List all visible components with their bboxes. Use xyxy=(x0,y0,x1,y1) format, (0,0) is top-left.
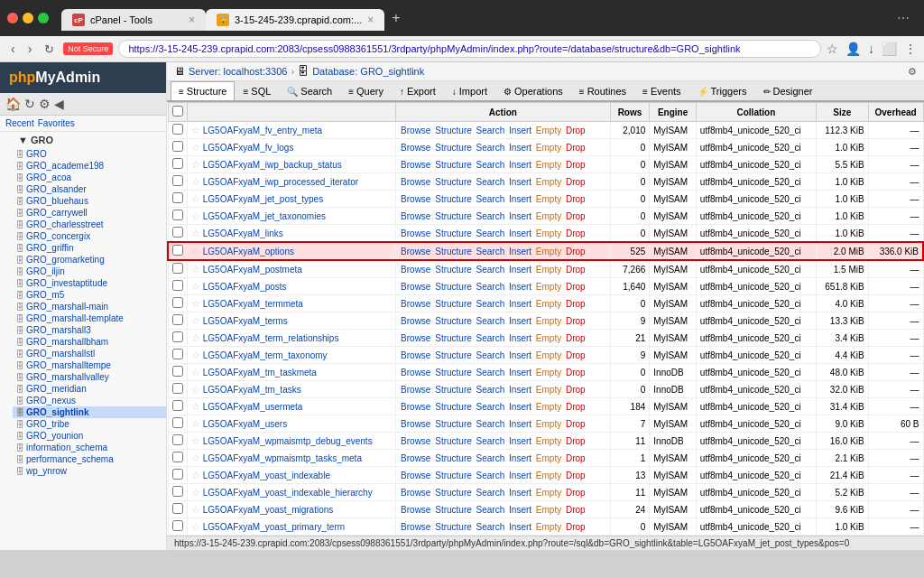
star-icon-2[interactable]: ☆ xyxy=(191,159,200,170)
empty-link-17[interactable]: Empty xyxy=(536,419,561,429)
checkbox-22[interactable] xyxy=(172,503,183,514)
browse-link-22[interactable]: Browse xyxy=(401,505,430,515)
insert-link-19[interactable]: Insert xyxy=(509,453,531,463)
search-link-3[interactable]: Search xyxy=(476,177,505,187)
structure-link-9[interactable]: Structure xyxy=(435,282,472,292)
search-link-12[interactable]: Search xyxy=(476,333,505,343)
tab-import[interactable]: ↓Import xyxy=(444,81,495,100)
empty-link-2[interactable]: Empty xyxy=(536,160,561,170)
insert-link-6[interactable]: Insert xyxy=(509,228,531,238)
browser-tab-cpanel[interactable]: cP cPanel - Tools × xyxy=(61,9,206,31)
sidebar-item-GRO-marshall-template[interactable]: 🗄GRO_marshall-template xyxy=(13,312,166,324)
browse-link-17[interactable]: Browse xyxy=(401,419,430,429)
star-icon-20[interactable]: ☆ xyxy=(191,470,200,480)
select-all-checkbox[interactable] xyxy=(172,106,183,117)
table-name-9[interactable]: LG5OAFxyaM_posts xyxy=(203,282,287,292)
drop-link-21[interactable]: Drop xyxy=(566,488,586,498)
close-button[interactable] xyxy=(7,13,18,23)
table-name-22[interactable]: LG5OAFxyaM_yoast_migrations xyxy=(203,505,334,515)
structure-link-18[interactable]: Structure xyxy=(435,436,472,446)
search-link-16[interactable]: Search xyxy=(476,402,505,412)
sidebar-item-GRO-marshall3[interactable]: 🗄GRO_marshall3 xyxy=(13,324,166,336)
search-link-20[interactable]: Search xyxy=(476,471,505,480)
browse-link-12[interactable]: Browse xyxy=(401,333,430,343)
sidebar-item-performance-schema[interactable]: 🗄performance_schema xyxy=(13,453,166,465)
browse-link-20[interactable]: Browse xyxy=(401,471,430,480)
table-name-0[interactable]: LG5OAFxyaM_fv_entry_meta xyxy=(203,126,322,135)
sidebar-item-GRO-alsander[interactable]: 🗄GRO_alsander xyxy=(13,183,166,195)
star-icon-1[interactable]: ☆ xyxy=(191,142,200,153)
search-link-6[interactable]: Search xyxy=(476,228,505,238)
checkbox-5[interactable] xyxy=(172,210,183,220)
refresh-icon[interactable]: ↻ xyxy=(24,97,35,111)
database-link[interactable]: Database: GRO_sightlink xyxy=(312,66,424,77)
table-name-15[interactable]: LG5OAFxyaM_tm_tasks xyxy=(203,385,301,395)
empty-link-14[interactable]: Empty xyxy=(536,368,561,378)
drop-link-16[interactable]: Drop xyxy=(566,402,586,412)
drop-link-4[interactable]: Drop xyxy=(566,194,586,204)
table-name-11[interactable]: LG5OAFxyaM_terms xyxy=(203,316,288,326)
browse-link-19[interactable]: Browse xyxy=(401,453,430,463)
checkbox-21[interactable] xyxy=(172,486,183,497)
structure-link-22[interactable]: Structure xyxy=(435,505,472,515)
browse-link-21[interactable]: Browse xyxy=(401,488,430,498)
structure-link-17[interactable]: Structure xyxy=(435,419,472,429)
structure-link-0[interactable]: Structure xyxy=(435,126,472,135)
settings-nav-icon[interactable]: ⚙ xyxy=(39,97,51,111)
structure-link-20[interactable]: Structure xyxy=(435,471,472,480)
drop-link-17[interactable]: Drop xyxy=(566,419,586,429)
table-name-18[interactable]: LG5OAFxyaM_wpmaismtp_debug_events xyxy=(203,436,373,446)
sidebar-item-GRO-marshall-main[interactable]: 🗄GRO_marshall-main xyxy=(13,301,166,312)
star-icon-15[interactable]: ☆ xyxy=(191,384,200,395)
structure-link-19[interactable]: Structure xyxy=(435,453,472,463)
search-link-23[interactable]: Search xyxy=(476,522,505,532)
insert-link-5[interactable]: Insert xyxy=(509,211,531,221)
empty-link-13[interactable]: Empty xyxy=(536,350,561,360)
empty-link-18[interactable]: Empty xyxy=(536,436,561,446)
checkbox-6[interactable] xyxy=(172,227,183,238)
drop-link-18[interactable]: Drop xyxy=(566,436,586,446)
insert-link-15[interactable]: Insert xyxy=(509,385,531,395)
browse-link-15[interactable]: Browse xyxy=(401,385,430,395)
search-link-8[interactable]: Search xyxy=(476,265,505,275)
insert-link-10[interactable]: Insert xyxy=(509,299,531,309)
empty-link-6[interactable]: Empty xyxy=(536,228,561,238)
insert-link-2[interactable]: Insert xyxy=(509,160,531,170)
drop-link-23[interactable]: Drop xyxy=(566,522,586,532)
profile-icon[interactable]: 👤 xyxy=(845,42,861,56)
sidebar-item-GRO-meridian[interactable]: 🗄GRO_meridian xyxy=(13,383,166,395)
insert-link-12[interactable]: Insert xyxy=(509,333,531,343)
star-icon-18[interactable]: ☆ xyxy=(191,435,200,446)
structure-link-4[interactable]: Structure xyxy=(435,194,472,204)
star-icon-11[interactable]: ☆ xyxy=(191,315,200,326)
drop-link-10[interactable]: Drop xyxy=(566,299,586,309)
browse-link-10[interactable]: Browse xyxy=(401,299,430,309)
insert-link-13[interactable]: Insert xyxy=(509,350,531,360)
drop-link-14[interactable]: Drop xyxy=(566,368,586,378)
drop-link-11[interactable]: Drop xyxy=(566,316,586,326)
sidebar-item-GRO-bluehaus[interactable]: 🗄GRO_bluehaus xyxy=(13,195,166,207)
empty-link-1[interactable]: Empty xyxy=(536,143,561,153)
search-link-2[interactable]: Search xyxy=(476,160,505,170)
server-link[interactable]: Server: localhost:3306 xyxy=(189,66,287,77)
table-name-23[interactable]: LG5OAFxyaM_yoast_primary_term xyxy=(203,522,345,532)
settings-icon[interactable]: ⋮ xyxy=(904,42,917,56)
browse-link-13[interactable]: Browse xyxy=(401,350,430,360)
table-area[interactable]: Action Rows Engine Collation Size Overhe… xyxy=(167,102,924,536)
structure-link-7[interactable]: Structure xyxy=(435,247,472,256)
browse-link-0[interactable]: Browse xyxy=(401,126,430,135)
empty-link-19[interactable]: Empty xyxy=(536,453,561,463)
checkbox-10[interactable] xyxy=(172,297,183,308)
table-name-3[interactable]: LG5OAFxyaM_iwp_processed_iterator xyxy=(203,177,358,187)
star-icon-9[interactable]: ☆ xyxy=(191,281,200,292)
tab-export[interactable]: ↑Export xyxy=(392,81,444,100)
tab-search[interactable]: 🔍Search xyxy=(279,81,340,100)
search-link-1[interactable]: Search xyxy=(476,143,505,153)
browse-link-18[interactable]: Browse xyxy=(401,436,430,446)
star-icon-7[interactable]: ☆ xyxy=(191,246,200,256)
search-link-11[interactable]: Search xyxy=(476,316,505,326)
empty-link-16[interactable]: Empty xyxy=(536,402,561,412)
checkbox-18[interactable] xyxy=(172,434,183,445)
search-link-13[interactable]: Search xyxy=(476,350,505,360)
browse-link-5[interactable]: Browse xyxy=(401,211,430,221)
